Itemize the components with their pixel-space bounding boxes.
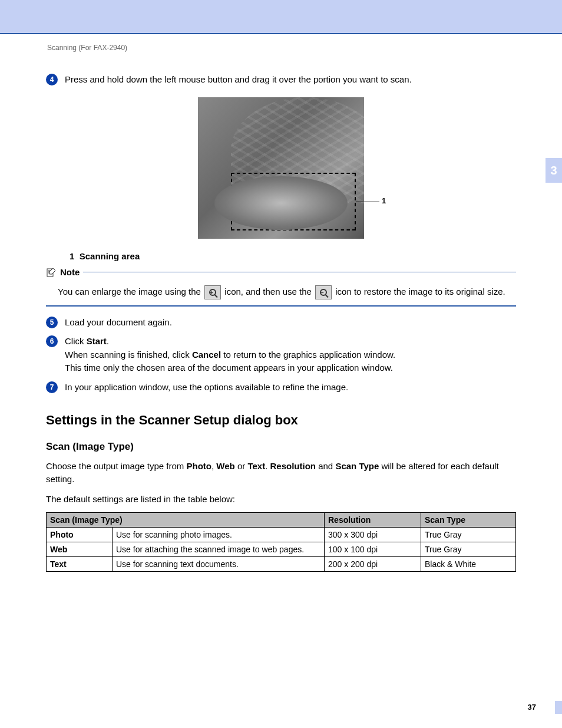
table-row: Photo Use for scanning photo images. 300… (47, 528, 516, 542)
settings-table: Scan (Image Type) Resolution Scan Type P… (46, 512, 516, 572)
step-6-line1c: . (107, 336, 109, 346)
row-desc: Use for scanning photo images. (113, 528, 325, 542)
step-6-cancel: Cancel (192, 350, 221, 360)
section-heading: Settings in the Scanner Setup dialog box (46, 413, 516, 428)
running-header: Scanning (For FAX-2940) (47, 44, 516, 52)
step-number-badge: 4 (46, 74, 58, 85)
header-rule (0, 33, 562, 34)
callout-number: 1 (382, 196, 386, 205)
callout-leader-line (356, 202, 379, 202)
p1-resolution: Resolution (270, 461, 316, 471)
note-text-c: icon to restore the image to its origina… (335, 286, 505, 297)
p1-scantype: Scan Type (335, 461, 379, 471)
p1-c2: or (235, 461, 248, 471)
figure-container: 1 (46, 97, 516, 241)
row-res: 200 x 200 dpi (325, 557, 421, 572)
th-scan-type: Scan Type (421, 513, 516, 528)
paragraph-1: Choose the output image type from Photo,… (46, 460, 516, 486)
note-icon (46, 267, 57, 278)
step-4-text: Press and hold down the left mouse butto… (65, 73, 516, 87)
step-6-line2c: to return to the graphics application wi… (221, 350, 395, 360)
step-6-text: Click Start. When scanning is finished, … (65, 335, 516, 375)
note-text-b: icon, and then use the (224, 286, 314, 297)
step-7-text: In your application window, use the opti… (65, 381, 516, 394)
caption-number: 1 (70, 251, 74, 261)
paragraph-2: The default settings are listed in the t… (46, 493, 516, 506)
p1-photo: Photo (186, 461, 211, 471)
row-res: 100 x 100 dpi (325, 542, 421, 557)
p1-c4: and (316, 461, 335, 471)
step-5: 5 Load your document again. (46, 316, 516, 330)
row-name: Web (47, 542, 113, 557)
zoom-out-icon: − (315, 285, 332, 299)
note-text-a: You can enlarge the image using the (58, 286, 203, 297)
row-desc: Use for scanning text documents. (113, 557, 325, 572)
zoom-in-icon: + (204, 285, 221, 299)
row-name: Text (47, 557, 113, 572)
step-number-badge: 7 (46, 381, 58, 393)
note-body: You can enlarge the image using the + ic… (46, 280, 516, 307)
step-6-line3: This time only the chosen area of the do… (65, 363, 393, 373)
step-4: 4 Press and hold down the left mouse but… (46, 73, 516, 87)
note-label: Note (60, 267, 80, 277)
th-image-type: Scan (Image Type) (47, 513, 325, 528)
step-6-start: Start (87, 336, 107, 346)
step-5-text: Load your document again. (65, 316, 516, 330)
row-res: 300 x 300 dpi (325, 528, 421, 542)
caption-text: Scanning area (80, 251, 140, 261)
step-6-line1a: Click (65, 336, 87, 346)
th-resolution: Resolution (325, 513, 421, 528)
subsection-heading: Scan (Image Type) (46, 441, 516, 453)
row-type: True Gray (421, 528, 516, 542)
table-header-row: Scan (Image Type) Resolution Scan Type (47, 513, 516, 528)
step-6: 6 Click Start. When scanning is finished… (46, 335, 516, 375)
row-name: Photo (47, 528, 113, 542)
row-desc: Use for attaching the scanned image to w… (113, 542, 325, 557)
figure-caption: 1 Scanning area (70, 251, 516, 261)
scanning-area-selection (231, 173, 356, 230)
scan-preview-image (198, 97, 364, 239)
step-6-line2a: When scanning is finished, click (65, 350, 192, 360)
note-rule (83, 272, 516, 272)
table-row: Web Use for attaching the scanned image … (47, 542, 516, 557)
page-number-tab (555, 701, 562, 714)
note-block: Note You can enlarge the image using the… (46, 267, 516, 307)
chapter-tab: 3 (546, 158, 562, 183)
p1-text: Text (247, 461, 265, 471)
p1-a: Choose the output image type from (46, 461, 186, 471)
p1-c3: . (265, 461, 270, 471)
row-type: Black & White (421, 557, 516, 572)
p1-web: Web (216, 461, 234, 471)
step-number-badge: 6 (46, 335, 58, 347)
table-row: Text Use for scanning text documents. 20… (47, 557, 516, 572)
step-7: 7 In your application window, use the op… (46, 381, 516, 394)
step-number-badge: 5 (46, 317, 58, 328)
row-type: True Gray (421, 542, 516, 557)
top-header-bar (0, 0, 562, 33)
page-number: 37 (528, 703, 536, 711)
